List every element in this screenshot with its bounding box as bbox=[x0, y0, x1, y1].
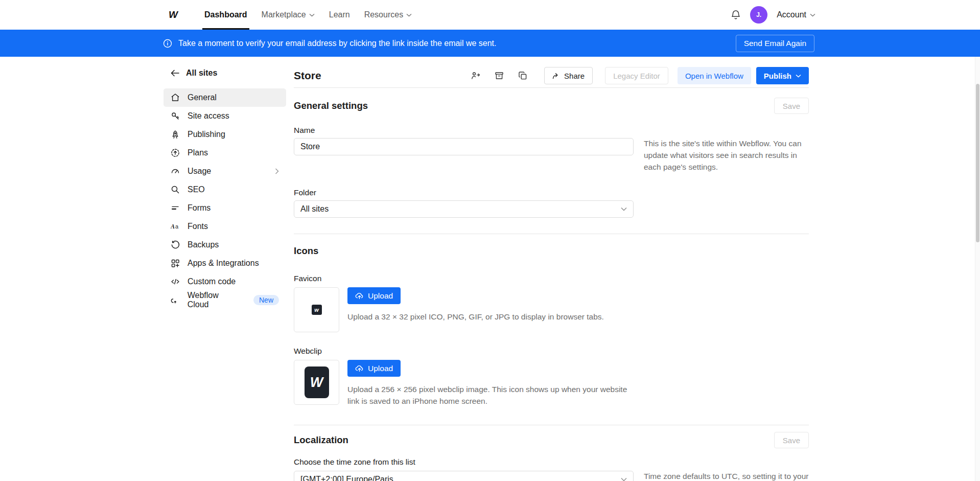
svg-text:A: A bbox=[171, 223, 175, 230]
restore-icon bbox=[171, 240, 180, 249]
svg-text:a: a bbox=[175, 223, 179, 230]
favicon-upload-button[interactable]: Upload bbox=[347, 287, 401, 304]
page-title: Store bbox=[294, 70, 321, 82]
favicon-label: Favicon bbox=[294, 274, 809, 283]
chevron-down-icon bbox=[406, 13, 412, 17]
localization-heading: Localization bbox=[294, 434, 348, 446]
nav-learn[interactable]: Learn bbox=[322, 0, 357, 30]
arrow-left-icon bbox=[171, 70, 179, 77]
new-badge: New bbox=[253, 295, 279, 305]
email-verification-banner: Take a moment to verify your email addre… bbox=[0, 30, 980, 57]
transfer-site-icon[interactable] bbox=[468, 67, 484, 84]
avatar[interactable]: J. bbox=[750, 6, 767, 24]
form-lines-icon bbox=[171, 203, 180, 213]
open-in-webflow-button[interactable]: Open in Webflow bbox=[678, 67, 751, 84]
back-to-all-sites[interactable]: All sites bbox=[164, 64, 286, 82]
sidebar-item-forms[interactable]: Forms bbox=[164, 199, 286, 217]
folder-label: Folder bbox=[294, 188, 809, 197]
top-navigation: W Dashboard Marketplace Learn Resources … bbox=[0, 0, 980, 30]
rocket-icon bbox=[171, 130, 180, 139]
timezone-label: Choose the time zone from this list bbox=[294, 457, 809, 467]
gauge-icon bbox=[171, 167, 180, 176]
general-settings-heading: General settings bbox=[294, 100, 368, 111]
nav-resources[interactable]: Resources bbox=[357, 0, 419, 30]
name-label: Name bbox=[294, 126, 809, 135]
nav-dashboard[interactable]: Dashboard bbox=[197, 0, 254, 30]
upload-icon bbox=[355, 292, 364, 300]
webclip-image: W bbox=[305, 367, 329, 398]
general-save-button[interactable]: Save bbox=[774, 98, 809, 114]
chevron-right-icon bbox=[275, 168, 279, 174]
chevron-down-icon bbox=[309, 13, 315, 17]
favicon-help-text: Upload a 32 × 32 pixel ICO, PNG, GIF, or… bbox=[347, 311, 604, 323]
sidebar-item-custom-code[interactable]: Custom code bbox=[164, 272, 286, 291]
settings-sidebar: All sites General Site access Publishing… bbox=[164, 64, 286, 309]
scrollbar-thumb[interactable] bbox=[976, 84, 979, 242]
divider bbox=[294, 425, 809, 425]
timezone-select[interactable]: [GMT+2:00] Europe/Paris bbox=[294, 471, 634, 481]
webflow-logo[interactable]: W bbox=[169, 10, 184, 20]
chevron-down-icon bbox=[621, 207, 627, 211]
webclip-upload-button[interactable]: Upload bbox=[347, 360, 401, 377]
site-name-input[interactable] bbox=[294, 138, 634, 155]
sidebar-item-general[interactable]: General bbox=[164, 88, 286, 107]
divider bbox=[294, 87, 809, 88]
main-content: Store Share Legacy Editor Open in Webflo… bbox=[294, 57, 809, 481]
duplicate-icon[interactable] bbox=[515, 67, 531, 84]
key-icon bbox=[171, 111, 180, 121]
send-email-again-button[interactable]: Send Email Again bbox=[736, 35, 814, 52]
share-arrow-icon bbox=[552, 73, 560, 79]
svg-text:W: W bbox=[169, 10, 179, 20]
sidebar-item-usage[interactable]: Usage bbox=[164, 162, 286, 180]
chevron-down-icon bbox=[621, 477, 627, 481]
sidebar-item-apps-integrations[interactable]: Apps & Integrations bbox=[164, 254, 286, 272]
divider bbox=[294, 234, 809, 234]
publish-button[interactable]: Publish bbox=[756, 67, 809, 84]
archive-icon[interactable] bbox=[491, 67, 507, 84]
banner-message: Take a moment to verify your email addre… bbox=[178, 39, 497, 48]
sidebar-item-backups[interactable]: Backups bbox=[164, 236, 286, 254]
info-icon bbox=[163, 39, 172, 48]
timezone-help-text: Time zone defaults to UTC, so setting it… bbox=[644, 471, 809, 481]
sidebar-item-publishing[interactable]: Publishing bbox=[164, 125, 286, 144]
code-icon bbox=[171, 277, 180, 286]
chevron-down-icon bbox=[796, 74, 801, 78]
sidebar-item-seo[interactable]: SEO bbox=[164, 180, 286, 199]
favicon-image: w bbox=[312, 305, 322, 315]
name-help-text: This is the site's title within Webflow.… bbox=[644, 138, 809, 173]
webclip-label: Webclip bbox=[294, 347, 809, 356]
page-scrollbar bbox=[975, 57, 980, 481]
webclip-help-text: Upload a 256 × 256 pixel webclip image. … bbox=[347, 384, 639, 407]
fonts-icon: Aa bbox=[171, 222, 180, 231]
icons-heading: Icons bbox=[294, 245, 318, 257]
search-icon bbox=[171, 185, 180, 194]
legacy-editor-button[interactable]: Legacy Editor bbox=[605, 67, 668, 84]
bell-icon[interactable] bbox=[731, 10, 741, 20]
nav-marketplace[interactable]: Marketplace bbox=[254, 0, 322, 30]
home-icon bbox=[171, 93, 180, 102]
sidebar-item-plans[interactable]: Plans bbox=[164, 144, 286, 162]
apps-grid-icon bbox=[171, 259, 180, 268]
chevron-down-icon bbox=[810, 13, 815, 17]
cloud-icon bbox=[171, 295, 180, 305]
upload-icon bbox=[355, 364, 364, 372]
account-menu[interactable]: Account bbox=[777, 10, 815, 19]
sidebar-item-site-access[interactable]: Site access bbox=[164, 107, 286, 125]
webclip-preview: W bbox=[294, 360, 339, 405]
sidebar-item-webflow-cloud[interactable]: Webflow Cloud New bbox=[164, 291, 286, 309]
localization-save-button[interactable]: Save bbox=[774, 432, 809, 448]
favicon-preview: w bbox=[294, 287, 339, 332]
folder-select[interactable]: All sites bbox=[294, 200, 634, 218]
share-button[interactable]: Share bbox=[544, 67, 593, 84]
sidebar-item-fonts[interactable]: Aa Fonts bbox=[164, 217, 286, 236]
arrow-up-circle-icon bbox=[171, 148, 180, 157]
